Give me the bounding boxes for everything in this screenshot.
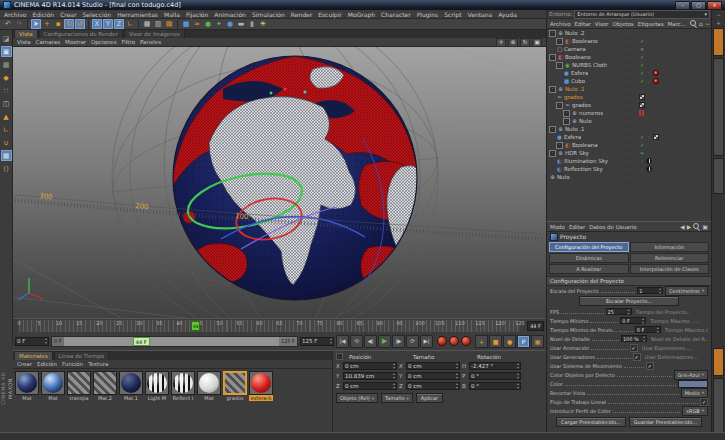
go-to-end-button[interactable]: ▶| [420,335,433,348]
layout-tab-active-2[interactable] [713,348,724,376]
checker-tag-icon[interactable] [639,102,645,108]
live-selection-icon[interactable]: ➤ [31,19,41,29]
edges-mode-icon[interactable]: ◫ [1,98,12,109]
orange-tag-icon[interactable]: ∶ [639,166,645,172]
stepper-icon[interactable]: ▴▾ [393,382,395,390]
attribute-field[interactable]: 0 F▴▾ [620,317,646,324]
add-floor-icon[interactable]: ▬ [236,19,246,29]
save-preset-button[interactable]: Guardar Preestablecido... [629,417,702,427]
expand-toggle-icon[interactable]: - [563,110,570,117]
coord-field-x-0[interactable]: 0 cm▴▾ [406,362,460,370]
stepper-icon[interactable]: ▴▾ [657,326,659,334]
check-tag-icon[interactable]: ✓ [639,54,645,60]
object-row-reflection-sky-17[interactable]: ◐Reflection Sky∶∶ [547,165,711,173]
add-light-icon[interactable]: ✳ [258,19,268,29]
material-mat-2-3[interactable]: Mat.2 [93,371,117,401]
menu-malla[interactable]: Malla [164,11,180,18]
menu-seleccion[interactable]: Selección [83,11,112,18]
stepper-icon[interactable]: ▴▾ [456,372,458,380]
object-row-nurbs-cloth-4[interactable]: -◉NURBS Cloth∶✓ [547,61,711,69]
viewport-tab-visor-de-imagenes[interactable]: Visor de Imágenes [124,29,185,38]
material-thumbnail[interactable] [41,371,65,395]
default-color-dropdown[interactable]: Gris-Azul▾ [674,370,709,380]
object-row-hdr-sky-15[interactable]: -⊕HDR Sky∶≈ [547,149,711,157]
bwmat-tag-icon[interactable] [646,158,652,164]
expand-toggle-icon[interactable]: - [556,102,563,109]
attribute-menu-modo[interactable]: Modo [550,224,565,230]
stepper-icon[interactable]: ▴▾ [517,372,519,380]
coord-field-p-1[interactable]: 0 °▴▾ [469,372,521,380]
material-thumbnail[interactable] [67,371,91,395]
object-menu-editar[interactable]: Editar [575,21,591,27]
lock-y-icon[interactable]: Y [103,19,113,29]
bluewave-tag-icon[interactable]: ≈ [639,150,645,156]
add-generator-icon[interactable]: ● [203,19,213,29]
stepper-icon[interactable]: ▴▾ [45,337,47,345]
range-end-field[interactable]: 125 F ▴▾ [300,337,334,346]
menu-simulacion[interactable]: Simulación [252,11,285,18]
object-row-nulo-1-12[interactable]: -⊕Nulo .1∶ [547,125,711,133]
object-row-cubo-6[interactable]: ■Cubo∶✓∶ [547,77,711,85]
stepper-icon[interactable]: ▴▾ [517,382,519,390]
material-thumbnail[interactable] [249,371,273,395]
key-scale-button[interactable]: ■ [489,335,502,348]
menu-plugins[interactable]: Plugins [417,11,439,18]
material-mat-1-4[interactable]: Mat.1 [119,371,143,401]
strip-expand-icon[interactable]: + [716,20,721,26]
visibility-dots-icon[interactable]: ∶ [629,149,630,157]
lock-x-icon[interactable]: X [92,19,102,29]
play-loop-button[interactable]: ⟲ [350,335,363,348]
attribute-tab-referenciar[interactable]: Referenciar [630,253,710,263]
project-scale-field[interactable]: 1 ▴▾ [637,287,663,294]
object-row-esfera-5[interactable]: ●Esfera∶✓∶ [547,69,711,77]
clip-view-dropdown[interactable]: Medio▾ [681,388,708,398]
coord-field-x-0[interactable]: 0 cm▴▾ [343,362,397,370]
attribute-checkbox[interactable]: ✓ [633,353,641,361]
history-forward-icon[interactable]: ▶ [687,223,692,230]
bwmat-tag-icon[interactable] [646,166,652,172]
power-slider[interactable]: 0 F 44 F 125 F [51,336,298,347]
check-tag-icon[interactable]: ✓ [639,70,645,76]
visibility-dots-icon[interactable]: ∶ [629,61,630,69]
viewport-tab-configuraciones-de-render[interactable]: Configuraciones de Render [39,29,123,38]
project-scale-unit-dropdown[interactable]: Centímetros▾ [665,286,708,296]
repeat-button[interactable]: ⟳ [406,335,419,348]
menu-fijacion[interactable]: Fijación [186,11,208,18]
visibility-dots-icon[interactable]: ∶ [629,77,630,85]
range-start-field[interactable]: 0 F ▴▾ [15,337,49,346]
zoom-view-icon[interactable]: ⊕ [508,38,518,47]
visibility-dots-icon[interactable]: ∶ [629,173,630,181]
material-tab-materiales[interactable]: Materiales [14,351,53,360]
snap-enable-icon[interactable]: ∪ [1,137,12,148]
object-row-nulo-18[interactable]: ⊕Nulo∶ [547,173,711,181]
viewport-3d-canvas[interactable]: 300 200 100 [13,47,546,319]
check-tag-icon[interactable]: ✓ [639,62,645,68]
object-row-camara-2[interactable]: ▢Camara∶× [547,45,711,53]
attribute-menu-datos-de-usuario[interactable]: Datos de Usuario [589,224,636,230]
key-rotation-button[interactable]: ● [503,335,516,348]
orange-tag-icon[interactable]: ∶ [646,78,652,84]
orange-tag-icon[interactable]: ∶ [639,158,645,164]
redo-icon[interactable]: ↷ [14,19,24,29]
stepper-icon[interactable]: ▴▾ [643,335,645,343]
material-menu-funcion[interactable]: Función [62,361,83,367]
object-row-nulo-11[interactable]: -⊕Nulo∶ [547,117,711,125]
maximize-button[interactable]: ▢ [691,1,706,10]
render-settings-icon[interactable]: ▤ [164,19,174,29]
visibility-dots-icon[interactable]: ∶ [629,117,630,125]
stepper-icon[interactable]: ▴▾ [330,337,332,345]
add-deformer-icon[interactable]: ✦ [214,19,224,29]
coord-mode-dropdown[interactable]: Objeto (Rel)▾ [336,393,378,403]
last-tool-icon[interactable]: ↺ [75,19,85,29]
attribute-tab-configuracion-del-proyecto[interactable]: Configuración del Proyecto [549,242,629,252]
pan-view-icon[interactable]: ✛ [496,38,506,47]
menu-crear[interactable]: Crear [60,11,76,18]
add-environment-icon[interactable]: ● [225,19,235,29]
render-view-icon[interactable]: ▦ [142,19,152,29]
object-row-booleano-3[interactable]: -◧Booleano∶✓ [547,53,711,61]
close-button[interactable]: ✕ [707,1,722,10]
undo-icon[interactable]: ↶ [3,19,13,29]
cross-tag-icon[interactable]: × [639,46,645,52]
axis-mode-icon[interactable]: ∟ [1,124,12,135]
visibility-dots-icon[interactable]: ∶ [629,69,630,77]
